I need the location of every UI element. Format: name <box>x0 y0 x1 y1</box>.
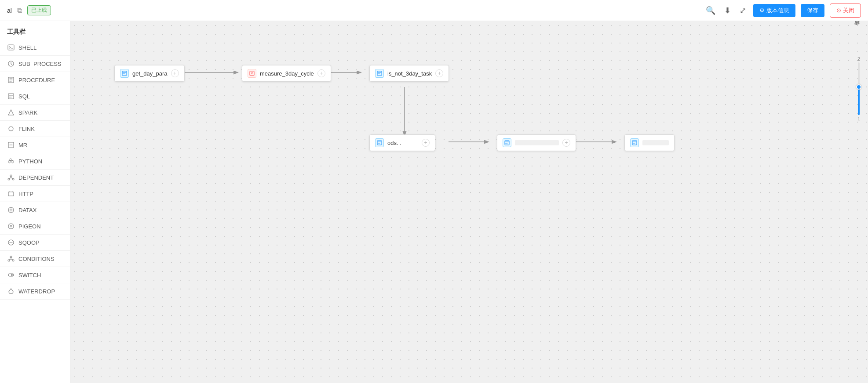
switch-icon <box>7 271 15 279</box>
sidebar-item-shell[interactable]: SHELL <box>0 40 70 56</box>
node-icon-measure-3day-cycle <box>248 69 256 78</box>
search-button[interactable]: 🔍 <box>704 4 717 17</box>
svg-rect-24 <box>377 71 382 76</box>
save-button[interactable]: 保存 <box>801 4 824 17</box>
mr-label: MR <box>18 142 27 148</box>
svg-point-15 <box>12 260 14 261</box>
sidebar-item-http[interactable]: HTTP <box>0 186 70 202</box>
conditions-icon <box>7 255 15 263</box>
shell-label: SHELL <box>18 44 36 51</box>
svg-rect-27 <box>632 141 637 145</box>
sidebar-item-spark[interactable]: SPARK <box>0 105 70 121</box>
header-right: 🔍 ⬇ ⤢ ⚙ 版本信息 保存 ⊙ 关闭 <box>704 4 861 18</box>
zoom-min-label: 1 <box>857 116 860 121</box>
sidebar-item-procedure[interactable]: PROCEDURE <box>0 72 70 88</box>
node-plus-measure-3day-cycle[interactable]: + <box>317 69 325 77</box>
workflow-canvas[interactable]: get_day_para + measure_3day_cycle + is_n… <box>70 21 868 383</box>
svg-point-11 <box>8 224 14 229</box>
sidebar: 工具栏 SHELL SUB_PROCESS PROCEDURE SQL <box>0 21 70 383</box>
pigeon-icon <box>7 222 15 230</box>
download-button[interactable]: ⬇ <box>722 4 733 17</box>
http-label: HTTP <box>18 191 33 197</box>
svg-point-14 <box>8 260 10 261</box>
zoom-handle[interactable] <box>856 84 861 90</box>
sub-process-label: SUB_PROCESS <box>18 61 62 67</box>
svg-rect-26 <box>505 141 509 145</box>
node-5[interactable] <box>624 134 675 151</box>
node-plus-is-not-3day-task[interactable]: + <box>435 69 443 77</box>
sidebar-item-dependent[interactable]: DEPENDENT <box>0 170 70 186</box>
node-ods[interactable]: ods. . + <box>369 134 435 151</box>
node-icon-ods <box>375 138 384 147</box>
switch-label: SWITCH <box>18 272 41 278</box>
svg-point-6 <box>10 175 12 177</box>
canvas-arrows <box>70 21 868 383</box>
sidebar-item-python[interactable]: PYTHON <box>0 153 70 170</box>
node-label-4 <box>515 140 559 145</box>
spark-icon <box>7 108 15 116</box>
conditions-label: CONDITIONS <box>18 256 55 262</box>
datax-label: DATAX <box>18 207 36 213</box>
node-measure-3day-cycle[interactable]: measure_3day_cycle + <box>242 65 331 82</box>
close-button[interactable]: ⊙ 关闭 <box>830 4 861 18</box>
procedure-icon <box>7 76 15 84</box>
header-left: al ⧉ 已上线 <box>7 5 704 15</box>
sql-label: SQL <box>18 93 30 100</box>
sidebar-item-pigeon[interactable]: PIGEON <box>0 218 70 235</box>
node-plus-get-day-para[interactable]: + <box>171 69 179 77</box>
sidebar-item-sub-process[interactable]: SUB_PROCESS <box>0 56 70 72</box>
sqoop-label: SQOOP <box>18 239 40 246</box>
svg-rect-22 <box>122 71 127 76</box>
node-is-not-3day-task[interactable]: is_not_3day_task + <box>369 65 449 82</box>
main-layout: 工具栏 SHELL SUB_PROCESS PROCEDURE SQL <box>0 21 868 383</box>
svg-point-17 <box>11 274 13 276</box>
header: al ⧉ 已上线 🔍 ⬇ ⤢ ⚙ 版本信息 保存 ⊙ 关闭 <box>0 0 868 21</box>
sidebar-item-conditions[interactable]: CONDITIONS <box>0 251 70 267</box>
sidebar-item-switch[interactable]: SWITCH <box>0 267 70 283</box>
version-button[interactable]: ⚙ 版本信息 <box>753 4 795 17</box>
zoom-bar[interactable] <box>858 62 860 115</box>
python-label: PYTHON <box>18 158 42 165</box>
svg-marker-4 <box>8 110 14 115</box>
shell-icon <box>7 43 15 51</box>
sidebar-title: 工具栏 <box>0 21 70 40</box>
node-icon-is-not-3day-task <box>375 69 384 78</box>
zoom-bar-fill <box>858 89 860 115</box>
close-icon: ⊙ <box>836 7 841 14</box>
sub-process-icon <box>7 60 15 68</box>
pigeon-label: PIGEON <box>18 223 41 230</box>
node-label-is-not-3day-task: is_not_3day_task <box>387 70 432 77</box>
node-plus-ods[interactable]: + <box>422 139 430 147</box>
svg-rect-25 <box>377 141 382 145</box>
flink-label: FLINK <box>18 126 35 132</box>
waterdrop-label: WATERDROP <box>18 288 55 295</box>
node-get-day-para[interactable]: get_day_para + <box>114 65 185 82</box>
node-4[interactable]: + <box>497 134 576 151</box>
zoom-max-label: 2 <box>857 56 860 61</box>
version-icon: ⚙ <box>759 7 765 14</box>
sidebar-item-mr[interactable]: MR <box>0 137 70 153</box>
sidebar-item-sql[interactable]: SQL <box>0 88 70 105</box>
svg-rect-9 <box>8 192 14 196</box>
svg-rect-3 <box>8 94 14 99</box>
sidebar-item-sqoop[interactable]: SQOOP <box>0 235 70 251</box>
copy-icon[interactable]: ⧉ <box>17 7 22 14</box>
sidebar-item-flink[interactable]: FLINK <box>0 121 70 137</box>
node-icon-get-day-para <box>120 69 129 78</box>
status-badge[interactable]: 已上线 <box>27 5 51 15</box>
python-icon <box>7 157 15 165</box>
dependent-icon <box>7 173 15 181</box>
datax-icon <box>7 206 15 214</box>
node-icon-4 <box>503 138 511 147</box>
node-label-measure-3day-cycle: measure_3day_cycle <box>260 70 314 77</box>
mr-icon <box>7 141 15 149</box>
fullscreen-button[interactable]: ⤢ <box>738 4 748 17</box>
node-plus-4[interactable]: + <box>562 139 570 147</box>
node-icon-5 <box>630 138 639 147</box>
http-icon <box>7 190 15 198</box>
sidebar-item-waterdrop[interactable]: WATERDROP <box>0 283 70 300</box>
dependent-label: DEPENDENT <box>18 174 54 181</box>
node-label-get-day-para: get_day_para <box>132 70 168 77</box>
header-title: al <box>7 7 12 14</box>
sidebar-item-datax[interactable]: DATAX <box>0 202 70 218</box>
